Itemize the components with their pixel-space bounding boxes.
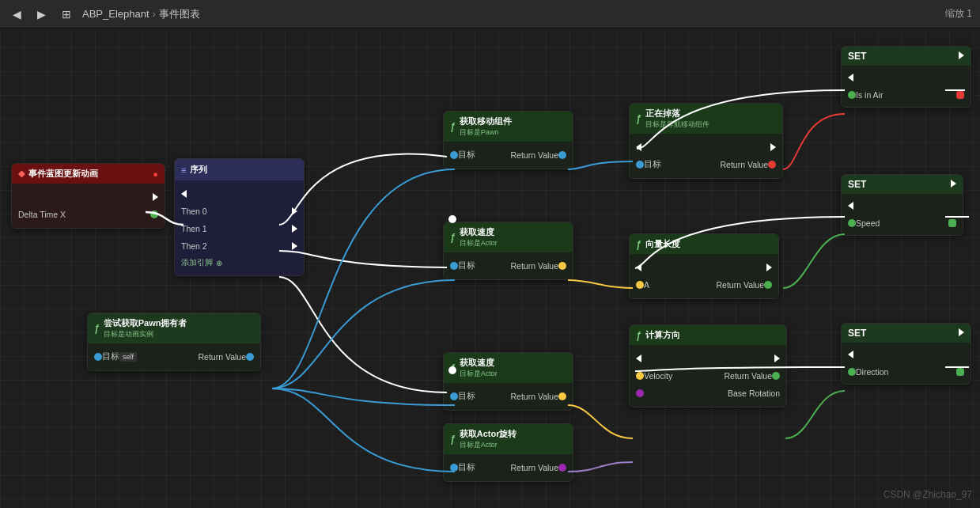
calc-velocity-pin: [636, 372, 644, 380]
event-title: 事件蓝图更新动画: [28, 168, 98, 180]
get-velocity1-header: ƒ 获取速度 目标是Actor: [444, 222, 573, 252]
get-velocity1-target-label: 目标: [458, 260, 475, 271]
get-movement-return-pin: [558, 151, 566, 159]
event-node-header: ◆ 事件蓝图更新动画 ●: [12, 164, 165, 184]
set-speed-var-row: Speed: [842, 214, 963, 232]
get-velocity2-node: ƒ 获取速度 目标是Actor 目标 Return Value: [443, 352, 573, 411]
vector-length-header: ƒ 向量长度: [630, 234, 778, 254]
calc-direction-exec-row: [630, 350, 786, 367]
sequence-header: ≡ 序列: [175, 159, 304, 180]
is-falling-header: ƒ 正在掉落 目标是导航移动组件: [630, 104, 782, 134]
vector-length-exec-row: [630, 259, 778, 276]
pawn-target-row: 目标 self Return Value: [88, 348, 260, 366]
calc-exec-out: [774, 354, 780, 362]
calc-rotation-row: Base Rotation: [630, 385, 786, 402]
set-is-in-air-var-row: Is in Air: [842, 86, 971, 104]
set-speed-var-label: Speed: [856, 218, 880, 228]
event-close-icon: ●: [153, 169, 158, 179]
get-velocity2-subtitle: 目标是Actor: [460, 369, 498, 379]
seq-then0-pin: [292, 207, 297, 215]
set-direction-var-label: Direction: [856, 367, 888, 377]
set-is-in-air-in-pin: [848, 91, 856, 99]
breadcrumb-sep: ›: [153, 8, 156, 20]
sequence-node: ≡ 序列 Then 0 Then 1 Then 2 添加引脚 ⊕: [174, 158, 305, 276]
set-direction-out-pin: [956, 368, 964, 376]
get-velocity2-body: 目标 Return Value: [444, 383, 573, 410]
vector-return-pin: [764, 281, 772, 289]
breadcrumb: ABP_Elephant › 事件图表: [82, 7, 200, 21]
set-speed-title: SET: [848, 179, 866, 190]
set-direction-header: SET: [842, 324, 971, 343]
get-rotation-title: 获取Actor旋转: [460, 428, 517, 440]
get-movement-title: 获取移动组件: [460, 116, 512, 127]
calc-rotation-pin: [636, 389, 644, 397]
is-falling-node: ƒ 正在掉落 目标是导航移动组件 目标 Return Value: [629, 103, 783, 179]
calc-direction-body: Velocity Return Value Base Rotation: [630, 345, 786, 407]
pawn-node: ƒ 尝试获取Pawn拥有者 目标是动画实例 目标 self Return Val…: [87, 313, 261, 371]
get-velocity1-row: 目标 Return Value: [444, 257, 573, 275]
pawn-self-label: self: [119, 352, 137, 362]
set-speed-node: SET Speed: [841, 174, 963, 236]
is-falling-body: 目标 Return Value: [630, 134, 782, 178]
get-velocity2-title: 获取速度: [460, 357, 498, 369]
calc-direction-title: 计算方向: [645, 329, 680, 341]
get-movement-subtitle: 目标是Pawn: [460, 127, 512, 138]
get-rotation-return-label: Return Value: [510, 463, 558, 472]
vector-a-label: A: [644, 280, 649, 290]
set-direction-exec-row: [842, 346, 971, 363]
vector-length-a-row: A Return Value: [630, 276, 778, 294]
set-direction-title: SET: [848, 328, 866, 339]
grid-button[interactable]: ⊞: [57, 6, 76, 22]
get-movement-header: ƒ 获取移动组件 目标是Pawn: [444, 112, 573, 142]
sequence-icon: ≡: [181, 165, 186, 175]
back-button[interactable]: ◀: [8, 6, 26, 22]
get-velocity1-target-pin: [450, 262, 458, 270]
event-delta-label: Delta Time X: [18, 210, 66, 219]
pawn-header: ƒ 尝试获取Pawn拥有者 目标是动画实例: [88, 313, 260, 343]
vector-length-title-block: 向量长度: [645, 238, 680, 250]
set-direction-exec-out-header: [959, 328, 964, 336]
pawn-subtitle: 目标是动画实例: [104, 329, 187, 339]
set-speed-exec-row: [842, 197, 963, 214]
sequence-title: 序列: [190, 164, 207, 176]
seq-then1-row: Then 1: [175, 220, 304, 237]
vector-exec-out: [766, 263, 772, 271]
get-movement-body: 目标 Return Value: [444, 142, 573, 169]
vector-length-title: 向量长度: [645, 238, 680, 250]
get-movement-title-block: 获取移动组件 目标是Pawn: [460, 116, 512, 138]
get-velocity2-target-pin: [450, 392, 458, 400]
vector-length-func-icon: ƒ: [636, 239, 641, 250]
set-is-in-air-node: SET Is in Air: [841, 46, 971, 108]
is-falling-target-row: 目标 Return Value: [630, 156, 782, 173]
set-is-in-air-var-label: Is in Air: [856, 90, 883, 100]
get-rotation-title-block: 获取Actor旋转 目标是Actor: [460, 428, 517, 450]
get-velocity2-return-pin: [558, 392, 566, 400]
zoom-label: 缩放 1: [945, 7, 972, 21]
is-falling-title-block: 正在掉落 目标是导航移动组件: [645, 108, 709, 130]
get-velocity1-title: 获取速度: [460, 226, 498, 238]
get-velocity2-target-label: 目标: [458, 391, 475, 402]
get-velocity1-return-pin: [558, 262, 566, 270]
watermark: CSDN @Zhichao_97: [884, 489, 972, 500]
get-velocity1-func-icon: ƒ: [450, 232, 456, 243]
seq-exec-in: [175, 185, 304, 203]
is-falling-return-label: Return Value: [720, 160, 768, 169]
get-rotation-header: ƒ 获取Actor旋转 目标是Actor: [444, 424, 573, 454]
get-movement-target-pin: [450, 151, 458, 159]
set-direction-in-pin: [848, 368, 856, 376]
get-rotation-node: ƒ 获取Actor旋转 目标是Actor 目标 Return Value: [443, 423, 573, 482]
calc-return-pin: [772, 372, 780, 380]
add-pin-button[interactable]: 添加引脚 ⊕: [175, 255, 304, 271]
forward-button[interactable]: ▶: [32, 6, 51, 22]
get-rotation-subtitle: 目标是Actor: [460, 440, 517, 450]
get-velocity2-func-icon: ƒ: [450, 362, 456, 373]
seq-exec-in-pin: [181, 190, 187, 198]
seq-then0-row: Then 0: [175, 203, 304, 220]
set-direction-body: Direction: [842, 343, 971, 384]
get-velocity1-body: 目标 Return Value: [444, 252, 573, 279]
pawn-return-label: Return Value: [198, 352, 246, 362]
get-rotation-body: 目标 Return Value: [444, 454, 573, 481]
set-is-in-air-body: Is in Air: [842, 66, 971, 107]
pawn-target-label: 目标: [102, 351, 119, 362]
toolbar: ◀ ▶ ⊞ ABP_Elephant › 事件图表 缩放 1: [0, 0, 980, 28]
